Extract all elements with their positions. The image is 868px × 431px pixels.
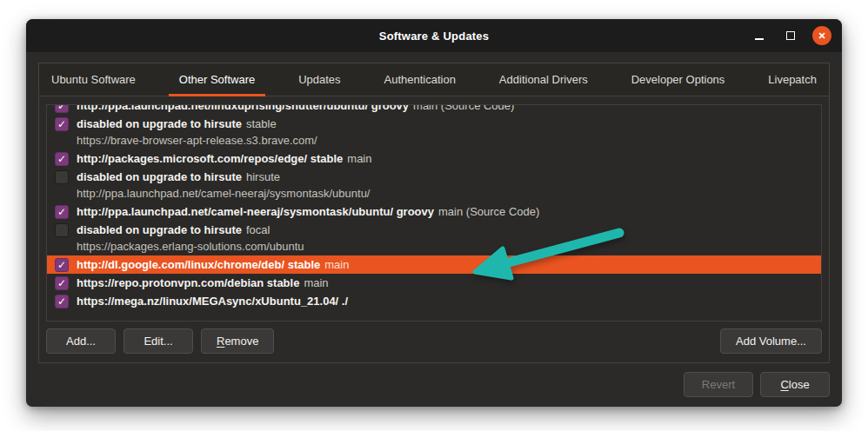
repo-checkbox[interactable]: ✓ xyxy=(55,104,69,113)
close-window-button[interactable]: ✕ xyxy=(812,26,831,45)
settings-notebook: Ubuntu Software Other Software Updates A… xyxy=(38,63,830,363)
repo-checkbox[interactable]: ✓ xyxy=(55,295,69,308)
close-icon: ✕ xyxy=(818,31,825,41)
repo-source: http://packages.microsoft.com/repos/edge… xyxy=(77,152,343,165)
repo-checkbox[interactable]: ✓ xyxy=(55,205,69,219)
check-icon: ✓ xyxy=(57,119,66,129)
window-controls: ✕ xyxy=(750,26,842,45)
titlebar: Software & Updates ✕ xyxy=(26,19,842,52)
tab-other-software[interactable]: Other Software xyxy=(167,63,267,96)
window-title: Software & Updates xyxy=(26,30,842,43)
check-icon: ✓ xyxy=(57,296,66,307)
tab-additional-drivers[interactable]: Additional Drivers xyxy=(487,63,600,96)
maximize-button[interactable] xyxy=(781,26,800,45)
repo-source: http://ppa.launchpad.net/camel-neeraj/sy… xyxy=(77,205,434,218)
repo-row[interactable]: ✓ disabled on upgrade to hirsutehirsute … xyxy=(47,168,821,202)
software-updates-window: Software & Updates ✕ Ubuntu Software Oth… xyxy=(26,19,842,407)
check-icon: ✓ xyxy=(57,278,66,288)
repo-checkbox[interactable]: ✓ xyxy=(55,170,69,184)
repo-row[interactable]: ✓ disabled on upgrade to hirsutestable h… xyxy=(47,115,821,149)
repo-url: https://brave-browser-apt-release.s3.bra… xyxy=(77,132,317,149)
repo-row[interactable]: ✓ disabled on upgrade to hirsutefocal ht… xyxy=(47,221,821,255)
remove-button[interactable]: Remove xyxy=(201,328,274,354)
dialog-content: Ubuntu Software Other Software Updates A… xyxy=(26,52,842,407)
repo-row[interactable]: ✓ https://mega.nz/linux/MEGAsync/xUbuntu… xyxy=(47,292,821,310)
repo-checkbox[interactable]: ✓ xyxy=(55,117,69,131)
add-volume-button[interactable]: Add Volume... xyxy=(720,328,822,354)
revert-button[interactable]: Revert xyxy=(684,372,753,397)
maximize-icon xyxy=(786,31,795,40)
repo-checkbox[interactable]: ✓ xyxy=(55,223,69,237)
add-button[interactable]: Add... xyxy=(46,328,116,354)
close-dialog-button[interactable]: Close xyxy=(760,372,830,397)
repo-source: disabled on upgrade to hirsute xyxy=(77,117,242,130)
repo-list: ✓ http://ppa.launchpad.net/linuxuprising… xyxy=(46,104,822,322)
check-icon: ✓ xyxy=(57,154,66,164)
tab-updates[interactable]: Updates xyxy=(286,63,352,96)
repo-source: disabled on upgrade to hirsute xyxy=(77,170,242,183)
tab-developer-options[interactable]: Developer Options xyxy=(619,63,738,96)
check-icon: ✓ xyxy=(57,260,66,270)
tab-authentication[interactable]: Authentication xyxy=(372,63,468,96)
repo-row-selected[interactable]: ✓ http://dl.google.com/linux/chrome/deb/… xyxy=(47,255,821,274)
repo-row[interactable]: ✓ https://repo.protonvpn.com/debian stab… xyxy=(47,274,821,292)
dialog-footer: Revert Close xyxy=(38,363,830,397)
check-icon: ✓ xyxy=(57,104,66,111)
list-toolbar: Add... Edit... Remove Add Volume... xyxy=(46,328,822,354)
repo-source: https://mega.nz/linux/MEGAsync/xUbuntu_2… xyxy=(77,295,348,308)
repo-checkbox[interactable]: ✓ xyxy=(55,152,69,166)
repo-source: https://repo.protonvpn.com/debian stable xyxy=(77,276,299,289)
tab-bar: Ubuntu Software Other Software Updates A… xyxy=(39,63,829,96)
repo-row[interactable]: ✓ http://packages.microsoft.com/repos/ed… xyxy=(47,149,821,168)
repo-checkbox[interactable]: ✓ xyxy=(55,258,69,272)
repo-checkbox[interactable]: ✓ xyxy=(55,276,69,290)
repo-source: http://dl.google.com/linux/chrome/deb/ s… xyxy=(77,258,320,271)
minimize-button[interactable] xyxy=(750,26,769,45)
repo-row[interactable]: ✓ http://ppa.launchpad.net/camel-neeraj/… xyxy=(47,202,821,221)
check-icon: ✓ xyxy=(57,207,66,217)
repo-source: http://ppa.launchpad.net/linuxuprising/s… xyxy=(77,104,409,112)
tab-livepatch[interactable]: Livepatch xyxy=(756,63,829,96)
desktop-background: Software & Updates ✕ Ubuntu Software Oth… xyxy=(0,0,868,431)
repo-row[interactable]: ✓ http://ppa.launchpad.net/linuxuprising… xyxy=(47,104,821,115)
edit-button[interactable]: Edit... xyxy=(124,328,193,354)
repo-url: https://packages.erlang-solutions.com/ub… xyxy=(77,238,304,255)
minimize-icon xyxy=(755,38,764,40)
repo-source: disabled on upgrade to hirsute xyxy=(77,223,242,236)
tab-ubuntu-software[interactable]: Ubuntu Software xyxy=(39,63,148,96)
other-software-page: ✓ http://ppa.launchpad.net/linuxuprising… xyxy=(39,96,829,362)
repo-url: http://ppa.launchpad.net/camel-neeraj/sy… xyxy=(77,185,371,202)
